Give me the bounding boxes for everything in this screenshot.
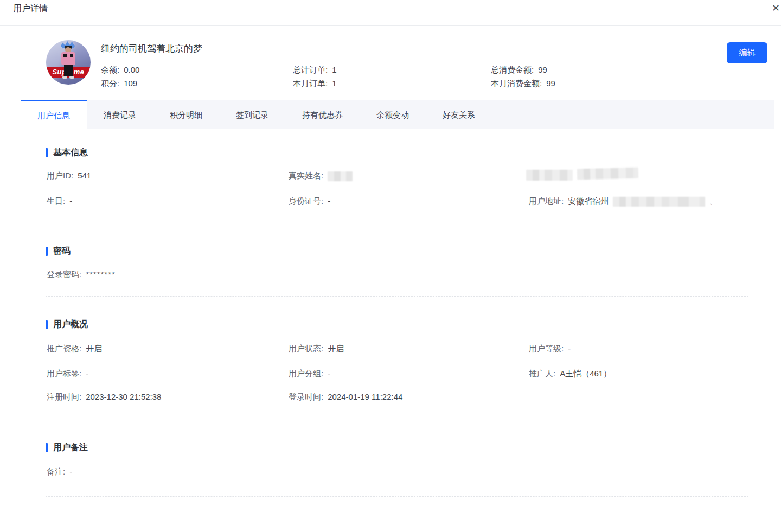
redacted-phone-value — [577, 168, 638, 180]
field-label: 用户ID: — [47, 171, 73, 181]
field-value: - — [69, 196, 72, 206]
tab-bar: 用户信息 消费记录 积分明细 签到记录 持有优惠券 余额变动 好友关系 — [21, 100, 774, 129]
field-value: - — [328, 369, 330, 378]
field-label: 注册时间: — [47, 392, 81, 402]
section-divider — [46, 496, 748, 497]
section-header-password: 密码 — [46, 246, 71, 257]
field-value: 2023-12-30 21:52:38 — [86, 392, 161, 401]
field-label: 推广资格: — [47, 344, 81, 354]
field-label: 备注: — [47, 467, 65, 477]
field-promoter: 推广人: A王恺（461） — [529, 369, 611, 379]
field-value: 541 — [78, 171, 91, 180]
tab-coupons[interactable]: 持有优惠券 — [285, 100, 360, 129]
stat-balance: 余额: 0.00 — [101, 65, 139, 75]
field-value: ******** — [86, 270, 116, 279]
stat-value: 99 — [546, 79, 555, 89]
field-label: 身份证号: — [289, 196, 323, 207]
field-login-password: 登录密码: ******** — [47, 270, 116, 280]
field-promo-qualification: 推广资格: 开启 — [47, 344, 102, 354]
tab-friends[interactable]: 好友关系 — [426, 100, 492, 129]
section-header-basic-info: 基本信息 — [46, 147, 88, 158]
field-label: 推广人: — [529, 369, 555, 379]
tab-consume-records[interactable]: 消费记录 — [87, 100, 153, 129]
field-value: - — [568, 344, 571, 353]
stat-month-spend: 本月消费金额: 99 — [491, 79, 555, 89]
section-header-overview: 用户概况 — [46, 319, 88, 330]
field-birthday: 生日: - — [47, 196, 72, 207]
redacted-phone-label — [526, 170, 573, 181]
section-accent-bar — [46, 320, 48, 329]
stat-label: 总计订单: — [293, 65, 328, 75]
field-user-group: 用户分组: - — [289, 369, 330, 379]
stat-label: 总消费金额: — [491, 65, 534, 75]
tab-points-detail[interactable]: 积分明细 — [153, 100, 219, 129]
field-remark: 备注: - — [47, 467, 72, 477]
field-user-id: 用户ID: 541 — [47, 171, 91, 181]
avatar-person-shoe — [62, 76, 67, 79]
field-label: 登录时间: — [289, 392, 323, 402]
tab-balance-changes[interactable]: 余额变动 — [360, 100, 426, 129]
user-detail-modal: { "modal": { "title": "用户详情", "close_ico… — [0, 0, 781, 532]
field-value: - — [86, 369, 88, 378]
section-divider — [46, 296, 748, 297]
stat-label: 积分: — [101, 79, 119, 89]
stat-value: 1 — [332, 65, 336, 75]
avatar-person-shoe — [69, 76, 74, 79]
edit-button[interactable]: 编辑 — [727, 42, 767, 63]
stat-label: 余额: — [101, 65, 119, 75]
field-value: A王恺（461） — [560, 369, 611, 379]
field-user-tag: 用户标签: - — [47, 369, 88, 379]
field-value: - — [69, 467, 72, 476]
stat-total-spend: 总消费金额: 99 — [491, 65, 547, 75]
stat-value: 109 — [124, 79, 137, 89]
user-nickname: 纽约的司机驾着北京的梦 — [101, 42, 202, 55]
section-accent-bar — [46, 443, 48, 452]
field-register-time: 注册时间: 2023-12-30 21:52:38 — [47, 392, 161, 402]
page-title: 用户详情 — [13, 3, 48, 15]
section-title: 用户概况 — [53, 319, 88, 330]
section-title: 用户备注 — [53, 442, 88, 453]
stat-month-orders: 本月订单: 1 — [293, 79, 337, 89]
field-real-name: 真实姓名: — [289, 171, 353, 181]
section-title: 密码 — [53, 246, 71, 257]
section-header-remark: 用户备注 — [46, 442, 88, 453]
field-address: 用户地址: 安徽省宿州 、 — [529, 196, 716, 207]
avatar: Supreme — [46, 40, 91, 85]
field-label: 用户等级: — [529, 344, 564, 354]
field-label: 用户标签: — [47, 369, 81, 379]
section-title: 基本信息 — [53, 147, 88, 158]
field-value-visible: 安徽省宿州 — [568, 196, 609, 207]
field-label: 用户地址: — [529, 196, 564, 207]
field-value: 开启 — [86, 344, 102, 354]
field-login-time: 登录时间: 2024-01-19 11:22:44 — [289, 392, 402, 402]
stat-total-orders: 总计订单: 1 — [293, 65, 337, 75]
field-id-number: 身份证号: - — [289, 196, 330, 207]
section-divider — [46, 220, 748, 220]
tab-checkin-records[interactable]: 签到记录 — [219, 100, 285, 129]
field-value: 2024-01-19 11:22:44 — [328, 392, 402, 401]
field-label: 用户分组: — [289, 369, 323, 379]
header-divider — [0, 25, 781, 26]
section-accent-bar — [46, 247, 48, 256]
avatar-shirt-patch — [70, 54, 73, 57]
field-user-status: 用户状态: 开启 — [289, 344, 344, 354]
section-divider — [46, 424, 748, 424]
close-icon[interactable]: ✕ — [772, 2, 781, 14]
stat-points: 积分: 109 — [101, 79, 137, 89]
field-label: 真实姓名: — [289, 171, 323, 181]
tab-user-info[interactable]: 用户信息 — [21, 100, 87, 129]
stat-value: 99 — [538, 65, 547, 75]
field-label: 用户状态: — [289, 344, 323, 354]
redacted-real-name — [328, 171, 353, 181]
redacted-address — [613, 197, 705, 207]
field-label: 登录密码: — [47, 270, 81, 280]
section-accent-bar — [46, 148, 48, 157]
field-label: 生日: — [47, 196, 65, 207]
stat-value: 1 — [332, 79, 336, 89]
avatar-person-pants — [64, 65, 73, 76]
field-user-level: 用户等级: - — [529, 344, 571, 354]
stat-label: 本月消费金额: — [491, 79, 542, 89]
field-value: 开启 — [328, 344, 344, 354]
stat-value: 0.00 — [124, 65, 139, 75]
address-tail-mark: 、 — [709, 197, 716, 207]
